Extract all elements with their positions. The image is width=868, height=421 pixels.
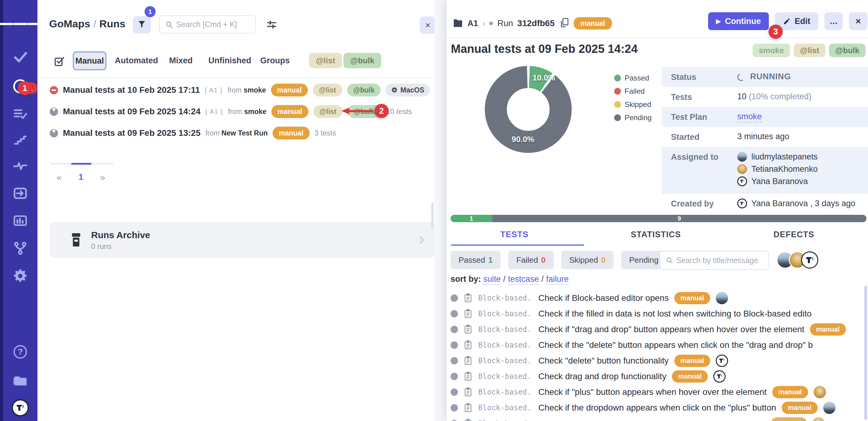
test-status-pending-icon: [451, 357, 458, 364]
test-plans-icon[interactable]: [12, 106, 28, 122]
view-settings-icon[interactable]: [266, 19, 277, 31]
legend-dot-skipped: [614, 101, 621, 108]
pagination-page-1[interactable]: 1: [79, 172, 84, 182]
runs-scrollbar[interactable]: [431, 203, 434, 229]
filter-failed[interactable]: Failed0: [508, 251, 553, 269]
clipboard-icon: [463, 356, 473, 366]
breadcrumb-page: Runs: [99, 18, 126, 29]
info-row-started: Started 3 minutes ago: [662, 127, 868, 147]
runs-search-input[interactable]: [176, 20, 255, 29]
test-row-partial[interactable]: Block-based... manual: [451, 416, 868, 421]
result-filters: Passed1 Failed0 Skipped0 Pending9: [451, 251, 674, 269]
testcases-check-icon[interactable]: [12, 49, 28, 64]
play-icon: ▶: [716, 18, 721, 25]
tab-statistics[interactable]: STATISTICS: [631, 230, 681, 240]
test-row[interactable]: Block-based... Check if the filled in da…: [451, 306, 868, 321]
tab-mixed[interactable]: Mixed: [169, 56, 193, 65]
test-row[interactable]: Block-based... Check "delete" button fun…: [451, 353, 868, 368]
test-row[interactable]: Block-based... Check if the "delete" but…: [451, 337, 868, 353]
tag-chip-list[interactable]: @list: [309, 53, 342, 68]
test-type-badge: manual: [782, 402, 818, 414]
test-type-badge: manual: [772, 386, 808, 398]
info-row-status: Status RUNNING: [662, 67, 868, 87]
reports-chart-icon[interactable]: [12, 213, 28, 228]
menu-icon[interactable]: [0, 22, 41, 27]
test-row[interactable]: Block-based... Check if "drag and drop" …: [451, 322, 868, 337]
tests-search-input[interactable]: [676, 256, 768, 265]
milestones-stairs-icon[interactable]: [13, 132, 28, 146]
assignee-avatar: [812, 417, 825, 421]
dot-separator: [489, 22, 493, 25]
requirements-login-icon[interactable]: [12, 186, 28, 201]
traceability-branch-icon[interactable]: [12, 241, 28, 256]
test-status-pending-icon: [451, 326, 458, 333]
run-id: 312dfb65: [518, 19, 555, 28]
sort-by-failure[interactable]: failure: [546, 274, 569, 285]
tab-automated[interactable]: Automated: [115, 56, 158, 65]
breadcrumb-project[interactable]: GoMaps: [49, 18, 90, 29]
test-type-badge: manual: [674, 292, 710, 304]
copy-icon[interactable]: [559, 17, 569, 29]
status-value: RUNNING: [750, 72, 791, 81]
archive-title: Runs Archive: [91, 230, 150, 240]
settings-gear-icon[interactable]: [12, 268, 28, 284]
filter-skipped[interactable]: Skipped0: [561, 251, 614, 269]
more-button[interactable]: …: [825, 12, 843, 30]
tab-defects[interactable]: DEFECTS: [773, 230, 814, 240]
continue-button[interactable]: ▶ Continue: [708, 12, 769, 30]
run-row[interactable]: Manual tests at 09 Feb 2025 13:25 from N…: [37, 122, 434, 144]
test-status-pending-icon: [451, 388, 458, 396]
test-row[interactable]: Block-based... Check if Block-based edit…: [451, 290, 868, 306]
close-panel-button[interactable]: ×: [420, 17, 434, 34]
help-icon[interactable]: ?: [13, 345, 27, 359]
tab-unfinished[interactable]: Unfinished: [208, 56, 251, 65]
test-status-pending-icon: [451, 341, 458, 349]
pagination-prev[interactable]: «: [57, 172, 62, 183]
tab-manual[interactable]: Manual: [73, 51, 106, 71]
filter-count-badge: 1: [145, 6, 156, 17]
close-run-button[interactable]: ×: [849, 12, 867, 30]
tag-chip-bulk[interactable]: @bulk: [343, 53, 381, 68]
test-row[interactable]: Block-based... Check if the dropdown app…: [451, 400, 868, 416]
run-row[interactable]: Manual tests at 10 Feb 2025 17:11 [ A1 ]…: [37, 79, 434, 101]
activity-pulse-icon[interactable]: [12, 158, 28, 173]
sort-by-suite[interactable]: suite: [484, 274, 501, 285]
test-status-pending-icon: [451, 420, 458, 421]
run-type-badge: manual: [273, 127, 310, 140]
donut-pending-slice: [496, 77, 560, 142]
projects-folder-icon[interactable]: [12, 372, 28, 388]
clipboard-icon: [463, 387, 473, 397]
assignee-avatar-stack[interactable]: [777, 251, 818, 269]
runs-archive-card[interactable]: Runs Archive 0 runs ›: [50, 222, 434, 257]
user-avatar-logo[interactable]: [12, 399, 29, 416]
sort-by-testcase[interactable]: testcase: [508, 274, 539, 285]
pencil-icon: [783, 17, 791, 25]
test-type-badge: manual: [810, 323, 846, 336]
run-env-macos: MacOS: [385, 84, 430, 96]
select-all-icon[interactable]: [54, 55, 65, 68]
tests-scrollbar[interactable]: [864, 286, 867, 420]
clipboard-icon: [463, 419, 473, 421]
pagination-indicator: [71, 163, 91, 165]
test-row[interactable]: Block-based... Check drag and drop funct…: [451, 369, 868, 384]
tab-tests[interactable]: TESTS: [500, 230, 529, 240]
clipboard-icon: [463, 293, 473, 303]
tab-groups[interactable]: Groups: [260, 56, 290, 65]
pagination-next[interactable]: »: [100, 172, 105, 183]
breadcrumb-suite[interactable]: A1: [467, 19, 478, 28]
assignee-avatar: [801, 251, 818, 269]
runs-search[interactable]: [159, 16, 256, 33]
test-row[interactable]: Block-based... Check if "plus" button ap…: [451, 385, 868, 400]
divider: [37, 78, 434, 78]
search-icon: [666, 257, 673, 264]
test-type-badge: manual: [674, 355, 710, 367]
results-donut-chart: 10.0% 90.0%: [484, 64, 573, 154]
creator-avatar: [737, 198, 747, 208]
filter-button[interactable]: [133, 16, 151, 33]
test-plan-link[interactable]: smoke: [737, 112, 762, 122]
run-status-stopped-icon: [50, 86, 58, 94]
tests-search[interactable]: [660, 251, 769, 270]
run-tag-list: @list: [313, 105, 343, 118]
badge-smoke: smoke: [753, 44, 790, 57]
filter-passed[interactable]: Passed1: [451, 251, 501, 269]
